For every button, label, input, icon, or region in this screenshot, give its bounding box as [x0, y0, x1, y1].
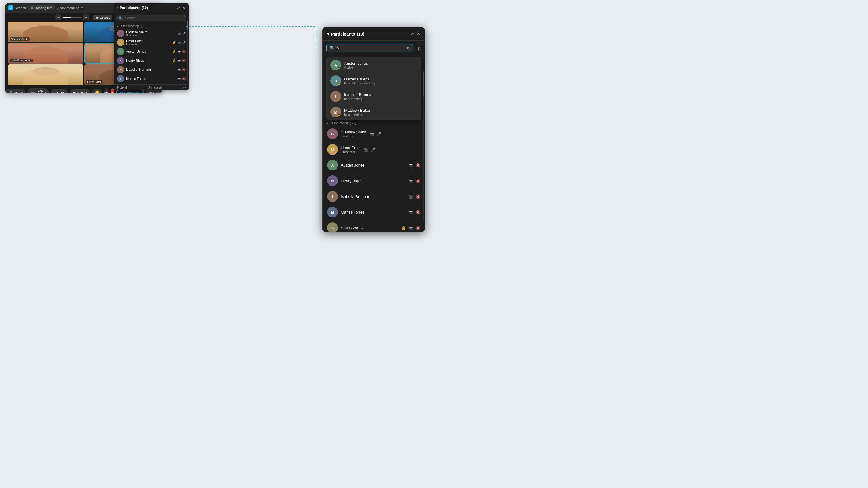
- dropdown-status-matthew: In a meeting: [344, 113, 417, 116]
- exp-name-isabella: Isabella Brennan: [341, 194, 405, 199]
- exp-participant-marise[interactable]: M Marise Torres 📷 🔇: [323, 204, 425, 220]
- recording-dot-icon: [31, 7, 33, 9]
- exp-video-icon-marise: 📷: [408, 210, 413, 215]
- participant-name-henry: Henry Riggs: [126, 59, 170, 62]
- expanded-panel-title: ▾ Participants (10): [327, 32, 410, 36]
- video-icon-clarissa: 📷: [177, 32, 181, 35]
- participant-name-marise: Marise Torres: [126, 77, 176, 80]
- expanded-search-input[interactable]: [336, 46, 405, 50]
- dropdown-avatar-isabelle: I: [330, 91, 341, 102]
- webex-logo-icon: W: [8, 5, 13, 10]
- exp-participant-sofia[interactable]: S Sofia Gomez 🔒 📷 🔇: [323, 220, 425, 232]
- chevron-down-icon: ▾: [81, 6, 83, 10]
- exp-video-icon-isabella: 📷: [408, 194, 413, 199]
- panel-scrollbar[interactable]: [187, 21, 188, 82]
- exp-name-clarissa: Clarissa Smith: [341, 130, 366, 134]
- exp-name-austen: Austen Jones: [341, 163, 405, 167]
- mic-icon-clarissa: 🎤: [182, 32, 186, 35]
- exp-icons-henry: 📷 🔇: [408, 178, 421, 183]
- participant-item-clarissa[interactable]: C Clarissa Smith Host, me 📷 🎤: [114, 29, 189, 38]
- share-button[interactable]: ↑ Share: [51, 89, 68, 93]
- participant-role-umar: Presenter: [126, 43, 170, 46]
- dropdown-info-matthew: Matthew Baker In a meeting: [344, 108, 417, 116]
- participant-name-austen: Austen Jones: [126, 50, 170, 53]
- section-chevron-in-meeting: ▾: [117, 25, 119, 28]
- exp-icons-sofia: 🔒 📷 🔇: [401, 226, 421, 230]
- exp-name-henry: Henry Riggs: [341, 178, 405, 183]
- video-icon-austen: 📷: [177, 50, 181, 53]
- video-label-clarissa: Clarissa Smith: [10, 37, 30, 41]
- participant-item-marise[interactable]: M Marise Torres 📷 🔇: [114, 74, 189, 83]
- mic-muted-icon-henry: 🔇: [182, 59, 186, 62]
- search-clear-button[interactable]: ✕: [407, 46, 410, 50]
- panel-more-options-button[interactable]: •••: [182, 86, 186, 89]
- record-icon: ⏺: [73, 91, 76, 93]
- exp-participant-clarissa[interactable]: C Clarissa Smith Host, me 📷 🎤: [323, 126, 425, 141]
- expanded-panel-close-button[interactable]: ✕: [416, 31, 421, 37]
- participant-name-umar: Umar Patel: [126, 39, 170, 43]
- panel-search-input[interactable]: [116, 15, 186, 22]
- video-cell-p5[interactable]: [8, 64, 84, 85]
- video-icon-isabella: 📷: [177, 68, 181, 71]
- record-button[interactable]: ⏺ Record: [70, 89, 90, 93]
- exp-avatar-clarissa: C: [327, 128, 338, 139]
- exp-name-marise: Marise Torres: [341, 210, 405, 215]
- video-cell-isabelle[interactable]: Isabelle Brennan: [8, 43, 84, 64]
- exp-participant-austen[interactable]: A Austen Jones 📷 🔇: [323, 157, 425, 173]
- video-icon-umar: 📷: [177, 41, 181, 44]
- participant-icons-clarissa: 📷 🎤: [177, 32, 186, 35]
- chat-icon: 💬: [149, 91, 152, 94]
- video-icon-henry: 📷: [177, 59, 181, 62]
- layout-button[interactable]: ⊞ Layout: [93, 15, 112, 21]
- avatar-clarissa: C: [117, 30, 124, 37]
- expanded-panel-scrollbar[interactable]: [423, 70, 424, 220]
- panel-collapse-icon[interactable]: ▾: [117, 6, 119, 10]
- exp-participant-umar[interactable]: U Umar Patel Presenter 📷 🎤: [323, 141, 425, 157]
- sort-button[interactable]: ⇅: [417, 46, 421, 51]
- dropdown-item-austen[interactable]: A Austen Jones Active: [327, 57, 421, 73]
- participant-item-austen[interactable]: A Austen Jones 🔒 📷 🔇: [114, 47, 189, 56]
- panel-close-button[interactable]: ✕: [182, 5, 186, 10]
- app-name: Webex: [16, 6, 26, 10]
- dropdown-info-isabelle: Isabelle Brennan In a meeting: [344, 93, 417, 101]
- end-call-button[interactable]: ✕: [111, 88, 114, 93]
- dropdown-name-darren: Darren Owens: [344, 77, 417, 82]
- video-cell-clarissa[interactable]: Clarissa Smith: [8, 22, 84, 42]
- participant-icons-henry: 🔒 📷 🔇: [173, 59, 186, 62]
- participant-name-clarissa: Clarissa Smith: [126, 30, 176, 34]
- dropdown-item-darren[interactable]: D Darren Owens In a calendar meeting: [327, 73, 421, 89]
- exp-mic-muted-icon-sofia: 🔇: [415, 226, 421, 230]
- exp-video-icon-umar: 📷: [364, 147, 368, 152]
- show-menu-bar-btn[interactable]: Show menu bar ▾: [57, 6, 83, 10]
- exp-avatar-henry: H: [327, 175, 338, 186]
- mute-all-button-original[interactable]: Mute all: [117, 86, 127, 89]
- unmute-all-button-original[interactable]: Unmute all: [148, 86, 162, 89]
- more-options-button[interactable]: •••: [104, 89, 109, 93]
- stop-video-button[interactable]: 📷 Stop video ▾: [27, 88, 49, 93]
- participants-list-original: C Clarissa Smith Host, me 📷 🎤 U Umar Pat…: [114, 29, 189, 85]
- participant-item-umar[interactable]: U Umar Patel Presenter 🔒 📷 🎤: [114, 38, 189, 47]
- exp-avatar-umar: U: [327, 144, 338, 155]
- lock-icon-henry: 🔒: [173, 59, 176, 62]
- exp-avatar-marise: M: [327, 207, 338, 218]
- dropdown-item-isabelle-b[interactable]: I Isabelle Brennan In a meeting: [327, 89, 421, 104]
- zoom-out-button[interactable]: −: [56, 14, 61, 21]
- mute-button[interactable]: 🎤 Mute ▾: [5, 89, 26, 93]
- meeting-info-tab[interactable]: Meeting info: [28, 5, 55, 10]
- exp-participant-isabella[interactable]: I Isabella Brennan 📷 🔇: [323, 189, 425, 204]
- exp-icons-austen: 📷 🔇: [408, 163, 421, 167]
- expanded-panel-popout-button[interactable]: ⤢: [410, 31, 414, 37]
- participant-item-isabella[interactable]: I Isabella Brennan 📷 🔇: [114, 65, 189, 74]
- expanded-participants-list: ▾ In the meeting (8) C Clarissa Smith Ho…: [323, 119, 425, 232]
- in-meeting-section-header: ▾ In the meeting (8): [114, 23, 189, 29]
- exp-participant-henry[interactable]: H Henry Riggs 📷 🔇: [323, 173, 425, 189]
- panel-popout-button[interactable]: ⤢: [177, 5, 180, 10]
- reactions-button[interactable]: 😊: [92, 89, 102, 93]
- dropdown-item-matthew[interactable]: M Matthew Baker In a meeting: [327, 104, 421, 120]
- zoom-in-button[interactable]: +: [83, 14, 89, 21]
- exp-mic-muted-icon-isabella: 🔇: [415, 194, 421, 199]
- participant-item-henry[interactable]: H Henry Riggs 🔒 📷 🔇: [114, 56, 189, 65]
- participant-icons-austen: 🔒 📷 🔇: [173, 50, 186, 53]
- zoom-slider[interactable]: [63, 17, 82, 18]
- participant-role-clarissa: Host, me: [126, 34, 176, 37]
